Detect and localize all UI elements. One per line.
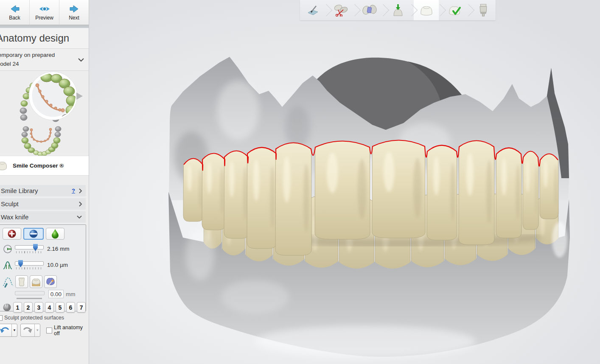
undo-dropdown[interactable]: ▼ (11, 324, 17, 336)
sculpt-tooth-button[interactable] (15, 275, 28, 288)
lift-anatomy-checkbox[interactable] (46, 328, 52, 333)
3d-viewport[interactable] (89, 0, 600, 364)
preview-button[interactable]: Preview (30, 0, 59, 25)
radius-slider-track[interactable] (15, 245, 44, 249)
page-title: Anatomy design (0, 32, 69, 44)
dental-model-3d-scene[interactable] (89, 0, 600, 364)
radius-slider[interactable] (15, 244, 44, 254)
undo-icon (0, 326, 10, 335)
crown-base-icon (31, 277, 41, 287)
workflow-separator (382, 0, 385, 20)
workflow-separator (410, 0, 414, 20)
lift-anatomy-label: Lift anatomy off (54, 325, 89, 336)
smooth-icon (29, 229, 38, 238)
tooth-chart-overview[interactable] (0, 71, 89, 156)
tooth-chart-svg (0, 71, 89, 156)
chevron-right-icon (79, 201, 82, 207)
magic-tooth-icon (45, 277, 56, 287)
radius-value: 2.16 mm (47, 246, 70, 252)
undo-redo-row: ▼ ▼ Lift anatomy off (0, 324, 89, 337)
back-button[interactable]: Back (0, 0, 30, 25)
falloff-value: 10.0 µm (47, 262, 68, 268)
molar-icon (0, 160, 8, 172)
chevron-down-icon (78, 58, 84, 62)
workflow-separator (467, 0, 471, 20)
chevron-right-icon (79, 188, 82, 194)
smile-composer-row[interactable]: Smile Composer ® (0, 156, 89, 176)
help-icon[interactable]: ? (72, 188, 75, 194)
chart-rotate-arrow-icon[interactable] (76, 92, 83, 100)
smile-composer-label: Smile Composer ® (13, 162, 64, 169)
design-selection-dropdown[interactable]: Temporary on prepared model 24 (0, 49, 89, 71)
level-4-button[interactable]: 4 (45, 302, 54, 313)
design-validation-icon (447, 4, 463, 17)
falloff-slider-handle[interactable] (18, 260, 23, 267)
falloff-icon (3, 260, 13, 270)
offset-value-field[interactable]: 0.00 (48, 290, 64, 298)
nav-toolbar: Back Preview Next (0, 0, 89, 25)
offset-slider[interactable] (15, 290, 45, 298)
tooth-icon (17, 277, 26, 287)
add-material-button[interactable] (3, 228, 21, 240)
undo-button[interactable]: ▼ (0, 324, 17, 337)
layer-ball-icon[interactable] (3, 302, 11, 312)
selection-text: Temporary on prepared model 24 (0, 51, 55, 69)
insertion-direction-icon (391, 3, 405, 17)
workflow-separator (353, 0, 357, 20)
panel-title-bar: Anatomy design (0, 28, 89, 49)
scan-annotation-icon (306, 4, 320, 17)
smooth-button[interactable] (23, 228, 44, 240)
sculpt-crown-base-button[interactable] (30, 275, 42, 288)
level-2-button[interactable]: 2 (24, 302, 33, 313)
redo-dropdown[interactable]: ▼ (34, 324, 40, 336)
preview-label: Preview (35, 15, 53, 21)
panel-divider-band (0, 25, 89, 28)
next-icon (69, 4, 80, 14)
preview-icon (39, 4, 50, 14)
section-smile-library[interactable]: Smile Library ? (0, 185, 86, 196)
workflow-separator (439, 0, 442, 20)
anatomy-design-icon (419, 4, 434, 17)
wax-knife-panel: 2.16 mm 10.0 µm (0, 224, 86, 311)
level-3-button[interactable]: 3 (34, 302, 43, 313)
redo-button[interactable]: ▼ (20, 324, 40, 337)
falloff-slider[interactable] (15, 260, 44, 270)
falloff-slider-ticks (16, 267, 43, 269)
abutment-icon (477, 3, 490, 17)
offset-unit: mm (66, 291, 76, 297)
morph-icon (3, 275, 14, 288)
section-wax-knife[interactable]: Wax knife (0, 211, 86, 223)
add-material-icon (7, 229, 17, 238)
level-7-button[interactable]: 7 (77, 302, 86, 313)
model-sectioning-icon (334, 4, 349, 17)
back-label: Back (9, 15, 20, 21)
radius-slider-ticks (16, 251, 43, 253)
back-icon (9, 4, 20, 14)
offset-slider-handle[interactable] (15, 290, 21, 297)
left-panel: Back Preview Next Anatomy design Tempora… (0, 0, 89, 364)
workflow-toolbar (300, 0, 496, 20)
lift-anatomy-checkbox-row[interactable]: Lift anatomy off (46, 325, 89, 336)
radius-icon (3, 244, 12, 254)
redo-icon (22, 326, 33, 335)
level-5-button[interactable]: 5 (56, 302, 64, 313)
next-button[interactable]: Next (59, 0, 89, 25)
level-6-button[interactable]: 6 (66, 302, 75, 313)
workflow-separator (325, 0, 328, 20)
wax-drop-icon (51, 229, 59, 239)
magic-morph-button[interactable] (44, 275, 57, 288)
wax-drop-button[interactable] (46, 228, 64, 240)
sculpt-protected-checkbox-row[interactable]: Sculpt protected surfaces (0, 315, 89, 321)
level-1-button[interactable]: 1 (13, 302, 22, 313)
chevron-down-icon (76, 215, 82, 219)
sculpt-protected-checkbox[interactable] (0, 315, 3, 321)
sculpt-protected-label: Sculpt protected surfaces (4, 315, 64, 321)
articulation-icon (362, 4, 377, 17)
offset-slider-baseline (17, 298, 42, 299)
section-sculpt[interactable]: Sculpt (0, 198, 86, 210)
radius-slider-handle[interactable] (33, 244, 38, 251)
next-label: Next (69, 15, 79, 21)
